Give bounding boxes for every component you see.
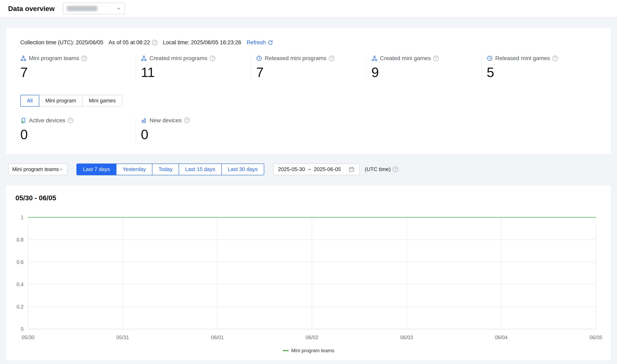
x-axis-tick-label: 06/01 bbox=[211, 335, 224, 340]
tab-mini-program[interactable]: Mini program bbox=[39, 95, 83, 107]
metric-label: Active devices bbox=[29, 117, 65, 124]
utc-time-label: (UTC time) bbox=[365, 166, 398, 172]
metric-released-mini-games: Released mini games 5 bbox=[481, 55, 597, 80]
metrics-row: Mini program teams 7 Created mini progra… bbox=[20, 55, 597, 80]
metric-label: Mini program teams bbox=[29, 55, 79, 62]
redacted-select-value bbox=[67, 6, 97, 11]
range-yesterday[interactable]: Yesterday bbox=[116, 164, 152, 175]
metric-released-mini-programs: Released mini programs 7 bbox=[251, 55, 366, 80]
filter-bar: Mini program teams Last 7 days Yesterday… bbox=[6, 164, 611, 175]
help-icon[interactable] bbox=[152, 40, 158, 45]
metric-new-devices: New devices 0 bbox=[136, 117, 251, 143]
local-time: Local time: 2025/06/05 16:23:26 bbox=[163, 39, 241, 46]
chart: 00.20.40.60.8105/3005/3106/0106/0206/030… bbox=[15, 217, 602, 353]
help-icon[interactable] bbox=[184, 117, 190, 123]
refresh-icon bbox=[267, 40, 273, 46]
metric-value: 5 bbox=[487, 65, 597, 80]
y-axis-tick-label: 0.4 bbox=[16, 281, 24, 287]
x-axis-tick-label: 06/05 bbox=[590, 335, 602, 340]
x-axis-tick-label: 05/30 bbox=[22, 335, 35, 340]
clock-icon bbox=[256, 55, 262, 61]
metric-label: Released mini games bbox=[495, 55, 550, 62]
scope-select[interactable] bbox=[63, 3, 125, 14]
metric-created-mini-programs: Created mini programs 11 bbox=[136, 55, 251, 80]
help-icon[interactable] bbox=[393, 167, 398, 172]
refresh-button[interactable]: Refresh bbox=[247, 39, 273, 46]
metric-value: 7 bbox=[20, 65, 136, 80]
refresh-label: Refresh bbox=[247, 39, 266, 46]
calendar-icon bbox=[349, 166, 355, 172]
device-check-icon bbox=[20, 117, 26, 124]
legend-label: Mini program teams bbox=[291, 348, 334, 353]
metric-label: New devices bbox=[149, 117, 182, 124]
team-network-icon bbox=[141, 55, 147, 61]
device-metrics-row: Active devices 0 New devices 0 bbox=[20, 117, 597, 143]
metric-active-devices: Active devices 0 bbox=[20, 117, 136, 143]
line-series bbox=[28, 217, 596, 329]
overview-card: Collection time (UTC): 2025/06/05 As of … bbox=[6, 28, 611, 154]
x-axis-tick-label: 06/04 bbox=[495, 335, 508, 340]
team-network-icon bbox=[20, 55, 26, 61]
date-start: 2025-05-30 bbox=[278, 166, 305, 172]
metric-label: Created mini games bbox=[380, 55, 431, 62]
metric-label: Created mini programs bbox=[149, 55, 207, 62]
help-icon[interactable] bbox=[81, 56, 87, 61]
scope-tabs: All Mini program Mini games bbox=[20, 95, 597, 107]
y-axis-tick-label: 0.6 bbox=[16, 259, 24, 265]
as-of-label: As of 05 at 08:22 bbox=[108, 39, 150, 46]
help-icon[interactable] bbox=[210, 56, 215, 61]
chart-card: 05/30 - 06/05 00.20.40.60.8105/3005/3106… bbox=[6, 185, 611, 360]
metric-value: 11 bbox=[141, 65, 251, 80]
bar-chart-icon bbox=[141, 117, 147, 124]
help-icon[interactable] bbox=[68, 117, 73, 123]
team-network-icon bbox=[371, 55, 378, 61]
date-separator: ~ bbox=[308, 166, 311, 172]
help-icon[interactable] bbox=[433, 56, 439, 61]
main-content: Collection time (UTC): 2025/06/05 As of … bbox=[0, 28, 617, 360]
plot-area: 00.20.40.60.8105/3005/3106/0106/0206/030… bbox=[28, 217, 596, 329]
x-axis-tick-label: 06/02 bbox=[306, 335, 318, 340]
collection-time-row: Collection time (UTC): 2025/06/05 As of … bbox=[20, 39, 597, 46]
range-last-15-days[interactable]: Last 15 days bbox=[179, 164, 222, 175]
x-axis-tick-label: 05/31 bbox=[116, 335, 129, 340]
help-icon[interactable] bbox=[552, 56, 558, 61]
chart-title: 05/30 - 06/05 bbox=[15, 194, 602, 202]
legend-swatch bbox=[283, 350, 289, 351]
range-last-7-days[interactable]: Last 7 days bbox=[76, 164, 117, 175]
metric-mini-program-teams: Mini program teams 7 bbox=[20, 55, 136, 80]
y-axis-tick-label: 1 bbox=[21, 214, 24, 220]
collection-time: Collection time (UTC): 2025/06/05 bbox=[20, 39, 103, 46]
metric-select[interactable]: Mini program teams bbox=[8, 164, 67, 175]
page-title: Data overview bbox=[8, 5, 55, 13]
metric-value: 0 bbox=[20, 127, 136, 143]
page-header: Data overview bbox=[0, 0, 617, 17]
y-axis-tick-label: 0.8 bbox=[16, 237, 24, 243]
range-last-30-days[interactable]: Last 30 days bbox=[221, 164, 264, 175]
chevron-down-icon bbox=[59, 167, 63, 172]
x-axis-tick-label: 06/03 bbox=[400, 335, 413, 340]
date-range-picker[interactable]: 2025-05-30 ~ 2025-06-05 bbox=[273, 164, 359, 175]
clock-icon bbox=[487, 55, 493, 61]
metric-value: 7 bbox=[256, 65, 366, 80]
help-icon[interactable] bbox=[329, 56, 334, 61]
as-of-time: As of 05 at 08:22 bbox=[108, 39, 158, 46]
metric-value: 9 bbox=[371, 65, 481, 80]
tab-all[interactable]: All bbox=[20, 95, 39, 107]
chart-legend-item[interactable]: Mini program teams bbox=[15, 348, 602, 353]
metric-created-mini-games: Created mini games 9 bbox=[366, 55, 481, 80]
metric-select-value: Mini program teams bbox=[12, 166, 59, 172]
range-today[interactable]: Today bbox=[152, 164, 179, 175]
metric-value: 0 bbox=[141, 127, 251, 143]
date-end: 2025-06-05 bbox=[314, 166, 341, 172]
tab-mini-games[interactable]: Mini games bbox=[82, 95, 122, 107]
utc-label-text: (UTC time) bbox=[365, 166, 391, 172]
y-axis-tick-label: 0.2 bbox=[16, 304, 24, 310]
chevron-down-icon bbox=[117, 6, 121, 11]
y-axis-tick-label: 0 bbox=[21, 326, 24, 332]
metric-label: Released mini programs bbox=[265, 55, 326, 62]
date-range-buttons: Last 7 days Yesterday Today Last 15 days… bbox=[76, 164, 264, 175]
